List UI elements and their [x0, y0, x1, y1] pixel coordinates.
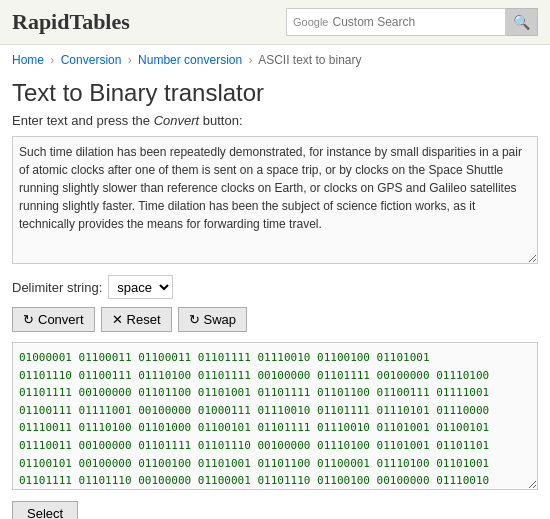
search-icon: 🔍 — [513, 14, 530, 30]
delimiter-row: Delimiter string: space none , ; | — [12, 275, 538, 299]
page-title: Text to Binary translator — [12, 79, 538, 107]
select-button[interactable]: Select — [12, 501, 78, 519]
breadcrumb-home[interactable]: Home — [12, 53, 44, 67]
breadcrumb-conversion[interactable]: Conversion — [61, 53, 122, 67]
swap-label: Swap — [204, 312, 237, 327]
subtitle: Enter text and press the Convert button: — [12, 113, 538, 128]
breadcrumb: Home › Conversion › Number conversion › … — [0, 45, 550, 75]
subtitle-suffix: button: — [199, 113, 242, 128]
delimiter-select[interactable]: space none , ; | — [108, 275, 173, 299]
delimiter-label: Delimiter string: — [12, 280, 102, 295]
breadcrumb-sep-2: › — [128, 53, 132, 67]
search-input[interactable] — [332, 15, 482, 29]
subtitle-italic: Convert — [154, 113, 200, 128]
search-bar: Google 🔍 — [286, 8, 538, 36]
reset-icon: ✕ — [112, 312, 123, 327]
select-btn-row: Select — [12, 493, 538, 519]
convert-icon: ↻ — [23, 312, 34, 327]
swap-icon: ↻ — [189, 312, 200, 327]
subtitle-prefix: Enter text and press the — [12, 113, 154, 128]
search-button[interactable]: 🔍 — [506, 8, 538, 36]
breadcrumb-sep: › — [50, 53, 54, 67]
input-textarea[interactable] — [12, 136, 538, 264]
convert-button[interactable]: ↻ Convert — [12, 307, 95, 332]
breadcrumb-current: ASCII text to binary — [258, 53, 361, 67]
breadcrumb-number-conversion[interactable]: Number conversion — [138, 53, 242, 67]
convert-label: Convert — [38, 312, 84, 327]
main-content: Text to Binary translator Enter text and… — [0, 75, 550, 519]
swap-button[interactable]: ↻ Swap — [178, 307, 248, 332]
google-label: Google — [293, 16, 328, 28]
buttons-row: ↻ Convert ✕ Reset ↻ Swap — [12, 307, 538, 332]
header: RapidTables Google 🔍 — [0, 0, 550, 45]
search-input-wrapper: Google — [286, 8, 506, 36]
reset-button[interactable]: ✕ Reset — [101, 307, 172, 332]
breadcrumb-sep-3: › — [248, 53, 252, 67]
output-textarea[interactable]: 01000001 01100011 01100011 01101111 0111… — [12, 342, 538, 490]
reset-label: Reset — [127, 312, 161, 327]
site-title: RapidTables — [12, 9, 130, 35]
